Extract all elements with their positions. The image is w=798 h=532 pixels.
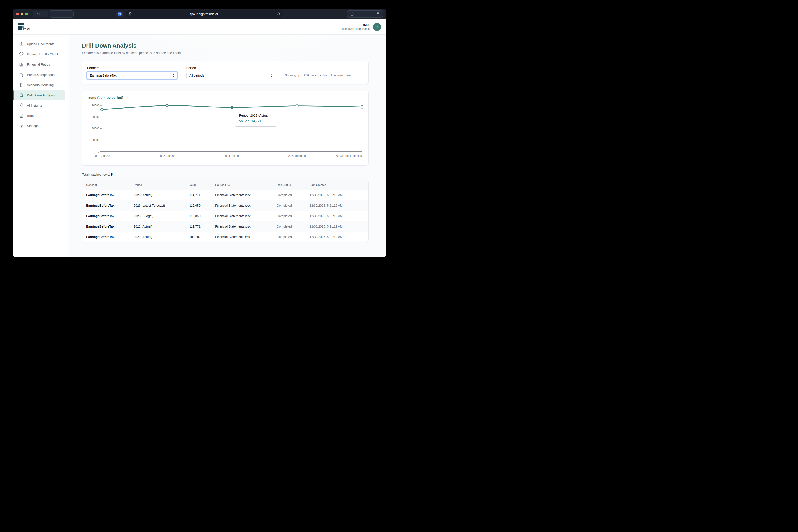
x-tick-label: 2023 (Budget)	[288, 154, 306, 157]
sidebar: Upload Documents Finance Health Check Fi…	[13, 35, 69, 257]
sidebar-item-finance-health-check[interactable]: Finance Health Check	[13, 50, 69, 59]
sidebar-item-label: AI Insights	[27, 103, 42, 107]
select-stepper-icon	[172, 74, 175, 77]
table-row: EarningsBeforeTax2023 (Actual)114,771Fin…	[82, 190, 368, 200]
sidebar-item-label: Upload Documents	[27, 42, 54, 46]
sidebar-item-period-comparison[interactable]: Period Comparison	[13, 70, 69, 80]
tab-overview-button[interactable]	[376, 12, 379, 16]
filters-card: Concept EarningsBeforeTax Period All per…	[82, 61, 369, 84]
git-compare-icon	[19, 73, 23, 77]
data-point	[100, 108, 103, 111]
cell-concept: EarningsBeforeTax	[82, 221, 133, 231]
period-select-value: All periods	[189, 74, 204, 77]
column-header-concept: Concept	[82, 180, 133, 190]
search-icon	[19, 93, 23, 97]
traffic-lights	[16, 13, 28, 15]
cell-period: 2023 (Budget)	[133, 211, 189, 221]
main-content: Drill-Down Analysis Explore raw extracte…	[69, 35, 386, 257]
sidebar-item-label: Financial Ratios	[27, 63, 50, 66]
sidebar-panel-icon	[37, 12, 40, 16]
close-window-button[interactable]	[16, 13, 19, 15]
sidebar-item-scenario-modeling[interactable]: Scenario Modeling	[13, 80, 69, 90]
url-bar[interactable]: fpa.insightminds.ai	[126, 10, 283, 18]
cell-fact-created: 12/30/2025, 5:21:19 AM	[310, 231, 368, 242]
cell-fact-created: 12/30/2025, 5:21:19 AM	[310, 211, 368, 221]
chart-tooltip: Period: 2023 (Actual) Value : 114,771	[235, 111, 276, 127]
browser-nav-buttons	[50, 11, 74, 18]
column-header-doc-status: Doc Status	[277, 180, 310, 190]
concept-select[interactable]: EarningsBeforeTax	[87, 72, 177, 79]
column-header-period: Period	[133, 180, 189, 190]
x-tick-label: 2023 (Actual)	[224, 154, 240, 157]
cell-period: 2023 (Actual)	[133, 190, 189, 200]
reader-view-icon	[129, 12, 132, 16]
cell-period: 2021 (Actual)	[133, 231, 189, 242]
cell-concept: EarningsBeforeTax	[82, 211, 133, 221]
y-tick-label: 60000	[92, 127, 99, 130]
minimize-window-button[interactable]	[21, 13, 23, 15]
heart-icon	[19, 52, 23, 57]
chart-area: 03000060000900001200002021 (Actual)2022 …	[87, 103, 364, 162]
cell-concept: EarningsBeforeTax	[82, 200, 133, 211]
concept-label: Concept	[87, 66, 177, 70]
cell-doc-status: Completed	[277, 190, 310, 200]
sidebar-item-settings[interactable]: Settings	[13, 121, 69, 131]
bar-chart-icon	[19, 62, 23, 67]
cell-concept: EarningsBeforeTax	[82, 231, 133, 242]
y-tick-label: 120000	[90, 104, 99, 107]
avatar[interactable]: IA	[373, 23, 381, 31]
cell-fact-created: 12/30/2025, 5:21:19 AM	[310, 200, 368, 211]
zoom-window-button[interactable]	[25, 13, 28, 15]
cell-doc-status: Completed	[277, 221, 310, 231]
table-row: EarningsBeforeTax2023 (Budget)118,850Fin…	[82, 211, 368, 221]
facts-table-body: EarningsBeforeTax2023 (Actual)114,771Fin…	[82, 190, 368, 242]
plus-icon	[363, 12, 367, 16]
cell-doc-status: Completed	[277, 200, 310, 211]
nav-divider	[62, 12, 62, 16]
upload-icon	[19, 42, 23, 46]
forward-button[interactable]	[64, 12, 68, 16]
sidebar-item-label: Scenario Modeling	[27, 83, 54, 87]
period-select[interactable]: All periods	[186, 72, 276, 79]
url-text: fpa.insightminds.ai	[132, 12, 277, 16]
share-icon	[350, 12, 354, 16]
sidebar-item-reports[interactable]: Reports	[13, 111, 69, 120]
share-button[interactable]	[350, 12, 354, 16]
cell-source-file: Financial Statements.xlsx	[215, 221, 277, 231]
y-tick-label: 30000	[92, 138, 99, 142]
total-rows-summary: Total matched rows:5	[82, 173, 369, 176]
select-stepper-icon	[271, 74, 273, 77]
reload-icon[interactable]	[277, 12, 280, 16]
period-label: Period	[186, 66, 276, 70]
cell-source-file: Financial Statements.xlsx	[215, 231, 277, 242]
tabs-icon	[376, 12, 379, 16]
new-tab-button[interactable]	[363, 12, 367, 16]
cell-value: 118,850	[189, 211, 215, 221]
concept-select-value: EarningsBeforeTax	[90, 74, 117, 77]
x-tick-label: 2023 (Latest Forecast)	[336, 154, 364, 157]
tooltip-value: Value : 114,771	[239, 119, 272, 123]
sidebar-item-financial-ratios[interactable]: Financial Ratios	[13, 60, 69, 70]
back-button[interactable]	[56, 12, 60, 16]
sidebar-item-upload-documents[interactable]: Upload Documents	[13, 39, 69, 49]
data-point	[231, 106, 233, 109]
table-header-row: Concept Period Value Source File Doc Sta…	[82, 180, 368, 190]
table-row: EarningsBeforeTax2021 (Actual)109,207Fin…	[82, 231, 368, 242]
user-box: IM AI demo@insightminds.ai IA	[342, 23, 381, 31]
cell-value: 116,050	[189, 200, 215, 211]
password-manager-icon	[117, 12, 122, 17]
sidebar-item-ai-insights[interactable]: AI Insights	[13, 100, 69, 110]
tooltip-period: Period: 2023 (Actual)	[239, 114, 272, 117]
trend-chart[interactable]: 03000060000900001200002021 (Actual)2022 …	[87, 103, 364, 162]
x-tick-label: 2021 (Actual)	[94, 154, 110, 157]
sidebar-item-label: Period Comparison	[27, 73, 55, 76]
browser-sidebar-toggle-button[interactable]	[33, 11, 48, 17]
password-extension-button[interactable]	[116, 11, 123, 17]
rows-limit-note: Showing up to 200 rows. Use filters to n…	[285, 73, 352, 77]
chevron-down-icon	[42, 13, 44, 15]
column-header-fact-created: Fact Created	[310, 180, 368, 190]
data-point	[361, 106, 364, 108]
cell-source-file: Financial Statements.xlsx	[215, 190, 277, 200]
sidebar-item-drill-down-analysis[interactable]: Drill-Down Analysis	[13, 90, 66, 100]
sidebar-item-label: Finance Health Check	[27, 53, 59, 56]
